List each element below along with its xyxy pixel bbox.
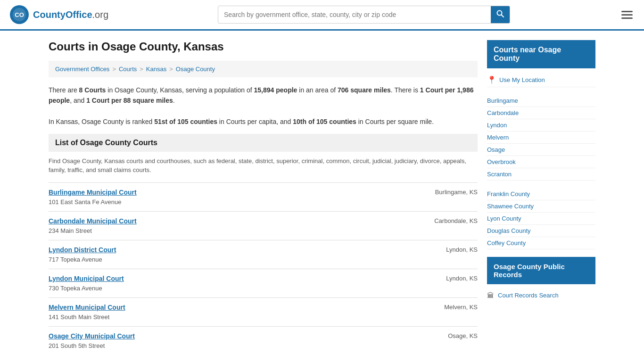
court-city: Osage, KS <box>448 332 478 339</box>
court-info: Carbondale Municipal Court 234 Main Stre… <box>49 217 137 234</box>
sidebar-city-link[interactable]: Scranton <box>487 168 595 181</box>
logo-area: CO CountyOffice.org <box>9 5 108 25</box>
svg-text:CO: CO <box>15 11 24 18</box>
court-item: Burlingame Municipal Court 101 East Sant… <box>49 182 478 211</box>
info-text: There are 8 Courts in Osage County, Kans… <box>49 85 478 127</box>
sidebar-city-link[interactable]: Lyndon <box>487 119 595 132</box>
search-icon <box>496 10 504 17</box>
court-name-link[interactable]: Lyndon District Court <box>49 246 116 254</box>
list-description: Find Osage County, Kansas courts and cou… <box>49 156 478 175</box>
breadcrumb-sep: > <box>112 66 116 73</box>
breadcrumb-kansas[interactable]: Kansas <box>146 66 166 73</box>
logo-text: CountyOffice.org <box>33 9 108 20</box>
court-info: Melvern Municipal Court 141 South Main S… <box>49 304 125 321</box>
page-title: Courts in Osage County, Kansas <box>49 40 478 53</box>
court-address: 717 Topeka Avenue <box>49 256 102 263</box>
court-item: Osage City Municipal Court 201 South 5th… <box>49 326 478 355</box>
sidebar: Courts near Osage County 📍 Use My Locati… <box>487 40 595 355</box>
rank-sqmile: 10th of 105 counties <box>293 118 356 125</box>
sidebar-county-link[interactable]: Franklin County <box>487 188 595 200</box>
area: 706 square miles <box>338 86 391 94</box>
main-layout: Courts in Osage County, Kansas Governmen… <box>39 31 605 362</box>
court-count: 8 Courts <box>79 86 106 94</box>
court-address: 201 South 5th Street <box>49 342 105 349</box>
menu-icon-line <box>621 17 633 19</box>
sidebar-city-link[interactable]: Carbondale <box>487 107 595 119</box>
breadcrumb-sep: > <box>140 66 143 73</box>
court-city: Melvern, KS <box>444 304 478 311</box>
court-name-link[interactable]: Lyndon Municipal Court <box>49 275 124 282</box>
menu-button[interactable] <box>619 9 635 21</box>
sidebar-city-link[interactable]: Burlingame <box>487 95 595 107</box>
list-section-header: List of Osage County Courts <box>49 134 478 152</box>
sidebar-county-link[interactable]: Coffey County <box>487 237 595 249</box>
court-address: 234 Main Street <box>49 227 92 234</box>
court-city: Carbondale, KS <box>434 217 478 224</box>
court-name-link[interactable]: Carbondale Municipal Court <box>49 217 137 225</box>
location-pin-icon: 📍 <box>487 75 496 84</box>
court-item: Lyndon Municipal Court 730 Topeka Avenue… <box>49 269 478 297</box>
menu-icon-line <box>621 11 633 12</box>
court-item: Melvern Municipal Court 141 South Main S… <box>49 297 478 326</box>
court-info: Burlingame Municipal Court 101 East Sant… <box>49 189 137 206</box>
court-item: Lyndon District Court 717 Topeka Avenue … <box>49 240 478 269</box>
court-name-link[interactable]: Melvern Municipal Court <box>49 304 125 311</box>
court-address: 141 South Main Street <box>49 313 109 321</box>
sidebar-location-section: 📍 Use My Location <box>487 73 595 87</box>
court-building-icon: 🏛 <box>487 291 494 299</box>
sidebar-city-link[interactable]: Melvern <box>487 132 595 144</box>
court-info: Lyndon Municipal Court 730 Topeka Avenue <box>49 275 124 292</box>
sidebar-city-links: BurlingameCarbondaleLyndonMelvernOsageOv… <box>487 95 595 181</box>
sidebar-county-link[interactable]: Shawnee County <box>487 200 595 213</box>
sidebar-public-records-header: Osage County Public Records <box>487 257 595 284</box>
rank-capita: 51st of 105 counties <box>154 118 217 125</box>
per-sqmile: 1 Court per 88 square miles <box>86 97 173 104</box>
sidebar-city-link[interactable]: Osage <box>487 144 595 156</box>
sidebar-city-link[interactable]: Overbrook <box>487 156 595 168</box>
breadcrumb: Government Offices > Courts > Kansas > O… <box>49 61 478 77</box>
court-city: Burlingame, KS <box>435 189 478 196</box>
menu-icon-line <box>621 14 633 16</box>
court-name-link[interactable]: Burlingame Municipal Court <box>49 189 137 196</box>
use-my-location-link[interactable]: Use My Location <box>499 76 545 83</box>
population: 15,894 people <box>254 86 297 94</box>
sidebar-public-links: 🏛Court Records Search <box>487 289 595 302</box>
search-area <box>218 6 510 24</box>
court-item: Carbondale Municipal Court 234 Main Stre… <box>49 211 478 240</box>
sidebar-courts-near-header: Courts near Osage County <box>487 40 595 68</box>
breadcrumb-courts[interactable]: Courts <box>119 66 137 73</box>
sidebar-public-record-item: 🏛Court Records Search <box>487 289 595 302</box>
court-info: Osage City Municipal Court 201 South 5th… <box>49 332 135 349</box>
courts-list: Burlingame Municipal Court 101 East Sant… <box>49 182 478 355</box>
sidebar-county-link[interactable]: Lyon County <box>487 213 595 225</box>
court-address: 101 East Santa Fe Avenue <box>49 198 121 206</box>
court-name-link[interactable]: Osage City Municipal Court <box>49 332 135 340</box>
svg-line-4 <box>502 15 504 17</box>
logo-icon: CO <box>9 5 29 25</box>
search-input[interactable] <box>218 7 491 22</box>
sidebar-county-link[interactable]: Douglas County <box>487 225 595 237</box>
site-header: CO CountyOffice.org <box>0 0 644 31</box>
search-button[interactable] <box>491 6 510 23</box>
court-city: Lyndon, KS <box>446 246 478 253</box>
use-my-location[interactable]: 📍 Use My Location <box>487 73 595 87</box>
breadcrumb-sep: > <box>169 66 173 73</box>
court-info: Lyndon District Court 717 Topeka Avenue <box>49 246 116 263</box>
court-city: Lyndon, KS <box>446 275 478 282</box>
content-area: Courts in Osage County, Kansas Governmen… <box>49 40 478 355</box>
sidebar-county-links: Franklin CountyShawnee CountyLyon County… <box>487 188 595 249</box>
public-record-link[interactable]: Court Records Search <box>498 292 559 299</box>
breadcrumb-osage-county[interactable]: Osage County <box>176 66 215 73</box>
court-address: 730 Topeka Avenue <box>49 285 102 292</box>
breadcrumb-gov-offices[interactable]: Government Offices <box>55 66 109 73</box>
